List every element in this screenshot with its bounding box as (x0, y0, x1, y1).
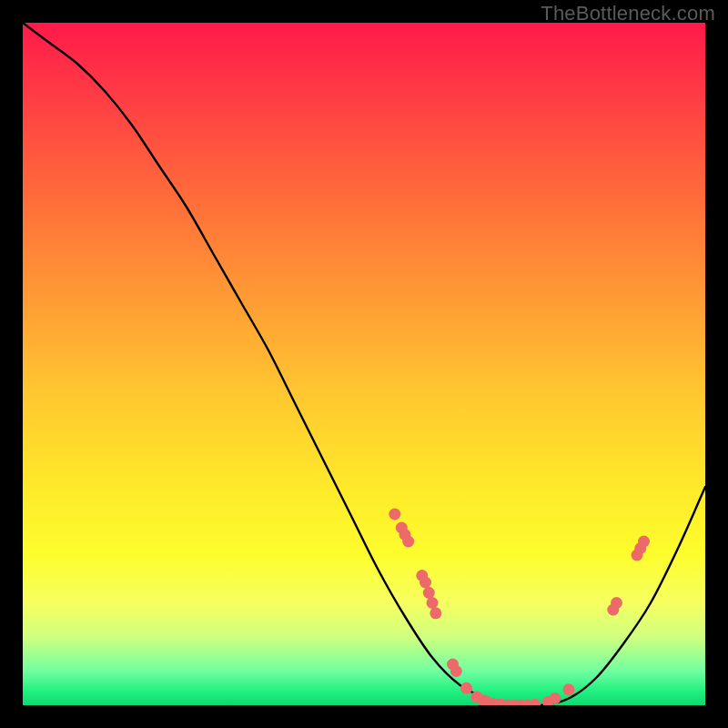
curve-marker (563, 683, 575, 695)
curve-marker (611, 597, 622, 609)
curve-marker (402, 536, 414, 548)
curve-marker (460, 682, 472, 694)
curve-marker (427, 597, 439, 609)
bottleneck-curve-line (23, 23, 705, 705)
curve-marker (550, 693, 561, 704)
curve-marker (450, 665, 462, 677)
curve-marker (423, 587, 435, 599)
watermark-text: TheBottleneck.com (541, 2, 715, 25)
curve-marker (529, 699, 541, 705)
curve-markers (389, 509, 650, 706)
curve-marker (420, 577, 431, 589)
chart-svg (23, 23, 705, 705)
curve-marker (638, 536, 650, 548)
plot-area (23, 23, 705, 705)
curve-marker (389, 509, 400, 521)
curve-marker (430, 607, 441, 619)
